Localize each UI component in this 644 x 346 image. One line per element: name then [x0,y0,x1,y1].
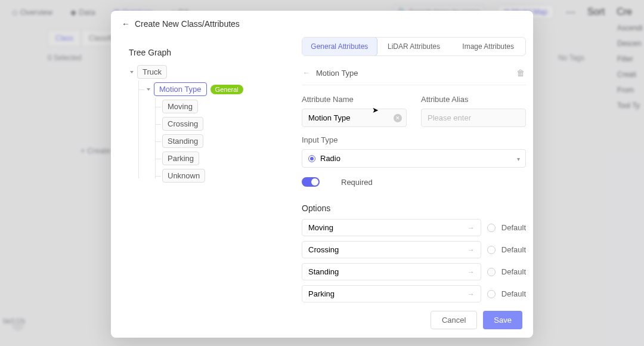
tree-panel: Tree Graph Truck Motion Type General Mov… [111,37,302,302]
save-button[interactable]: Save [483,311,522,329]
breadcrumb-current: Motion Type [316,69,358,78]
default-radio[interactable] [487,290,496,298]
caret-icon[interactable] [145,86,151,92]
arrow-right-icon[interactable]: → [467,246,475,254]
option-row: Crossing→ Default [302,241,526,258]
default-label: Default [501,267,526,276]
option-row: Moving→ Default [302,219,526,236]
modal-footer: Cancel Save [111,302,533,338]
arrow-right-icon[interactable]: → [467,290,475,298]
tab-image-attributes[interactable]: Image Attributes [451,38,525,55]
tree-option[interactable]: Standing [162,132,293,150]
attribute-alias-label: Attribute Alias [421,95,526,104]
input-type-value: Radio [320,154,340,163]
default-radio[interactable] [487,246,496,254]
attribute-tabs: General Attributes LiDAR Attributes Imag… [302,37,526,56]
general-tag: General [210,85,243,94]
modal-header: ← Create New Class/Attributes [111,11,533,37]
tree-root[interactable]: Truck [129,63,293,81]
caret-icon[interactable] [129,69,135,75]
trash-icon[interactable]: 🗑 [516,68,525,78]
default-radio[interactable] [487,268,496,276]
option-row: Parking→ Default [302,285,526,302]
attribute-name-label: Attribute Name [302,95,407,104]
options-title: Options [302,203,526,213]
radio-icon [308,155,315,162]
tree-attribute[interactable]: Motion Type General [145,81,293,98]
back-arrow-icon[interactable]: ← [122,19,130,29]
attribute-alias-input[interactable] [421,109,526,127]
option-input[interactable]: Moving→ [302,219,481,236]
chevron-down-icon: ▾ [517,155,520,162]
default-label: Default [501,289,526,298]
clear-icon[interactable]: ✕ [394,114,402,122]
breadcrumb: ← Motion Type [303,69,358,78]
tree-attribute-label[interactable]: Motion Type [154,82,207,96]
breadcrumb-back-icon[interactable]: ← [303,69,310,77]
create-class-modal: ← Create New Class/Attributes Tree Graph… [111,11,533,338]
tree-option[interactable]: Moving [162,98,293,115]
tree-option[interactable]: Crossing [162,115,293,132]
default-label: Default [501,245,526,254]
input-type-select[interactable]: Radio [302,149,526,168]
cancel-button[interactable]: Cancel [431,311,477,329]
attribute-name-input[interactable] [302,109,407,127]
input-type-label: Input Type [302,135,526,144]
tree-option[interactable]: Unknown [162,167,293,184]
tree-root-label[interactable]: Truck [137,65,167,79]
option-input[interactable]: Parking→ [302,285,481,302]
breadcrumb-row: ← Motion Type 🗑 [302,64,526,85]
tree-option[interactable]: Parking [162,150,293,167]
option-row: Standing→ Default [302,263,526,280]
arrow-right-icon[interactable]: → [467,268,475,276]
modal-title: Create New Class/Attributes [135,19,240,29]
option-input[interactable]: Crossing→ [302,241,481,258]
arrow-right-icon[interactable]: → [467,224,475,232]
required-toggle[interactable] [302,177,320,187]
tab-lidar-attributes[interactable]: LiDAR Attributes [377,38,451,55]
default-radio[interactable] [487,224,496,232]
required-label: Required [341,178,373,187]
option-input[interactable]: Standing→ [302,263,481,280]
form-panel: General Attributes LiDAR Attributes Imag… [302,37,533,302]
tree-title: Tree Graph [129,48,293,57]
default-label: Default [501,223,526,232]
tab-general-attributes[interactable]: General Attributes [302,37,377,56]
